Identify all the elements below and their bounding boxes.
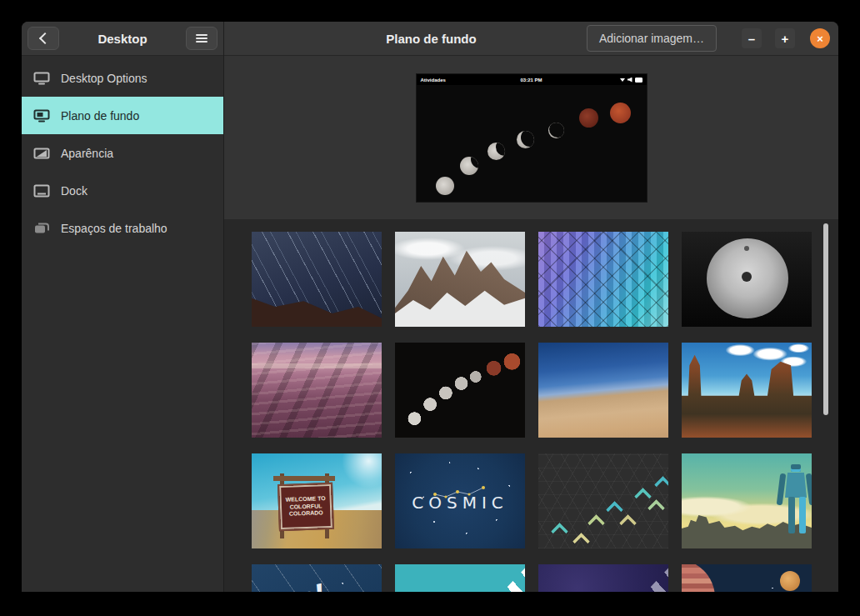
moon-eclipse-dark — [579, 108, 598, 128]
moon-full — [436, 177, 454, 195]
minimize-button[interactable]: – — [742, 28, 762, 48]
sidebar-item-dock[interactable]: Dock — [22, 172, 223, 209]
close-button[interactable]: × — [810, 28, 830, 48]
display-icon — [33, 72, 50, 85]
dock-icon — [33, 184, 50, 198]
robot-leg — [788, 497, 795, 533]
menu-button[interactable] — [186, 27, 218, 50]
moon-crescent — [517, 131, 534, 148]
sidebar-item-label: Dock — [61, 184, 88, 198]
preview-wallpaper-moon-phases — [417, 85, 647, 202]
moon-gibbous — [460, 157, 478, 175]
maximize-button[interactable]: + — [775, 28, 795, 48]
hamburger-icon — [196, 34, 208, 43]
robot-head — [791, 464, 801, 472]
wallpaper-preview-band: Atividades 03:21 PM — [224, 56, 838, 219]
sidebar-item-label: Espaços de trabalho — [61, 222, 168, 235]
wallpaper-thumbnail-pop-logo-galaxy[interactable] — [538, 564, 668, 592]
sidebar: Desktop Desktop Options Plano de fundo — [22, 22, 224, 592]
main-header: Plano de fundo Adicionar imagem… – + × — [224, 22, 838, 56]
sidebar-list: Desktop Options Plano de fundo Aparência — [22, 56, 223, 247]
wallpaper-thumbnail-desert-dunes[interactable] — [538, 343, 668, 438]
sidebar-item-label: Plano de fundo — [61, 109, 139, 123]
robot-arm — [806, 473, 812, 506]
wallpaper-thumbnail-colorado-sign[interactable]: WELCOME TO COLORFUL COLORADO — [252, 453, 382, 548]
wallpaper-thumbnail-hex-chevrons[interactable] — [538, 453, 668, 548]
wallpaper-thumbnail-cosmic[interactable]: COSMIC — [395, 453, 525, 548]
sidebar-header: Desktop — [22, 22, 223, 56]
moon-half — [488, 143, 505, 160]
page-title: Plano de fundo — [224, 32, 638, 46]
sidebar-item-label: Desktop Options — [61, 72, 148, 85]
wallpaper-thumbnail-snowy-mountains[interactable] — [395, 232, 525, 327]
sidebar-item-label: Aparência — [61, 147, 113, 160]
preview-top-bar: Atividades 03:21 PM — [417, 74, 647, 85]
preview-clock: 03:21 PM — [417, 78, 647, 83]
moon-thin-crescent — [548, 123, 564, 138]
robot-arm — [777, 473, 787, 506]
sidebar-title: Desktop — [59, 32, 186, 46]
wallpaper-grid: WELCOME TO COLORFUL COLORADO COSMIC — [224, 219, 838, 592]
wallpaper-thumbnail-satellite-dish[interactable] — [682, 232, 812, 327]
workspaces-icon — [33, 222, 50, 235]
wallpaper-thumbnail-star-trails[interactable] — [252, 232, 382, 327]
pop-wordmark-text: Pop! — [253, 577, 328, 592]
wallpaper-thumbnail-monument-valley[interactable] — [682, 343, 812, 438]
wallpaper-thumbnail-robot-skyline[interactable] — [682, 453, 812, 548]
wallpaper-icon — [33, 109, 50, 123]
main-panel: Plano de fundo Adicionar imagem… – + × A… — [224, 22, 838, 592]
desktop-preview: Atividades 03:21 PM — [417, 74, 647, 202]
wallpaper-thumbnail-pop-wordmark[interactable]: Pop! — [252, 564, 382, 592]
wallpaper-grid-area: WELCOME TO COLORFUL COLORADO COSMIC — [224, 219, 838, 592]
wallpaper-thumbnail-pop-logo-teal[interactable] — [395, 564, 525, 592]
close-icon: × — [817, 33, 823, 45]
robot-torso — [785, 473, 807, 498]
cosmic-wordmark: COSMIC — [395, 493, 525, 513]
colorado-sign-board: WELCOME TO COLORFUL COLORADO — [278, 483, 334, 531]
back-button[interactable] — [28, 27, 59, 50]
sidebar-item-aparencia[interactable]: Aparência — [22, 134, 223, 172]
moon-eclipse-red — [610, 103, 631, 123]
add-image-button[interactable]: Adicionar imagem… — [587, 25, 717, 52]
wallpaper-thumbnail-planet-moon[interactable] — [682, 564, 812, 592]
wallpaper-thumbnail-glass-ceiling[interactable] — [538, 232, 668, 327]
wallpaper-thumbnail-moon-phases[interactable] — [395, 343, 525, 438]
appearance-icon — [33, 147, 50, 160]
sidebar-item-plano-de-fundo[interactable]: Plano de fundo — [22, 97, 223, 134]
chevron-left-icon — [38, 33, 50, 44]
wallpaper-thumbnail-grand-canyon[interactable] — [252, 343, 382, 438]
settings-window: Desktop Desktop Options Plano de fundo — [22, 22, 838, 592]
sidebar-item-desktop-options[interactable]: Desktop Options — [22, 59, 223, 97]
robot-leg — [799, 497, 806, 533]
sidebar-item-espacos-de-trabalho[interactable]: Espaços de trabalho — [22, 209, 223, 247]
scrollbar-thumb[interactable] — [823, 223, 828, 415]
